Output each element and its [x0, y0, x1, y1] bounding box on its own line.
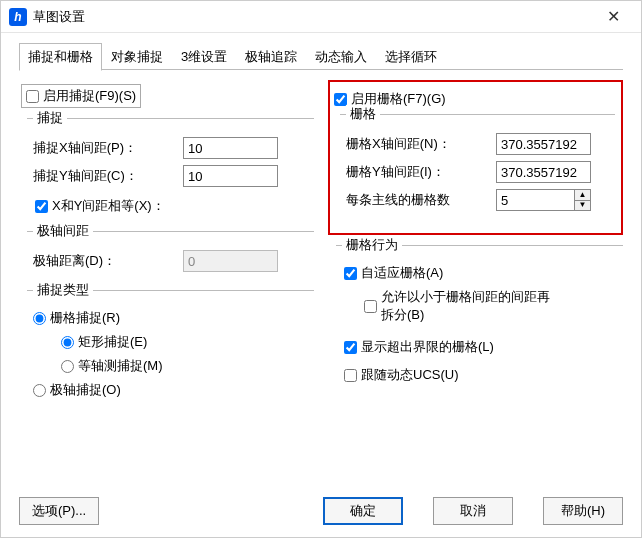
grid-behavior-legend: 栅格行为 — [342, 236, 402, 254]
snap-y-label: 捕捉Y轴间距(C)： — [33, 167, 183, 185]
equal-xy-checkbox[interactable] — [35, 200, 48, 213]
grid-x-label: 栅格X轴间距(N)： — [346, 135, 496, 153]
grid-behavior-group: 栅格行为 自适应栅格(A) 允许以小于栅格间距的间距再拆分(B) 显示超出界限的… — [336, 245, 623, 394]
enable-snap-checkbox[interactable] — [26, 90, 39, 103]
polar-spacing-legend: 极轴间距 — [33, 222, 93, 240]
iso-snap-radio[interactable] — [61, 360, 74, 373]
polar-snap-radio[interactable] — [33, 384, 46, 397]
beyond-limits-checkbox[interactable] — [344, 341, 357, 354]
help-button[interactable]: 帮助(H) — [543, 497, 623, 525]
spin-up-icon[interactable]: ▲ — [575, 190, 590, 201]
grid-group-legend: 栅格 — [346, 105, 380, 123]
tab-content: 启用捕捉(F9)(S) 捕捉 捕捉X轴间距(P)： 捕捉Y轴间距(C)： X和Y… — [1, 70, 641, 417]
follow-ucs-checkbox[interactable] — [344, 369, 357, 382]
snap-type-legend: 捕捉类型 — [33, 281, 93, 299]
window-title: 草图设置 — [33, 8, 593, 26]
titlebar: h 草图设置 ✕ — [1, 1, 641, 33]
beyond-limits-label: 显示超出界限的栅格(L) — [361, 338, 494, 356]
cancel-button[interactable]: 取消 — [433, 497, 513, 525]
grid-snap-radio[interactable] — [33, 312, 46, 325]
highlight-box: 启用栅格(F7)(G) 栅格 栅格X轴间距(N)： 栅格Y轴间距(I)： 每条主… — [328, 80, 623, 235]
grid-snap-label: 栅格捕捉(R) — [50, 309, 120, 327]
options-button[interactable]: 选项(P)... — [19, 497, 99, 525]
enable-snap-label: 启用捕捉(F9)(S) — [43, 87, 136, 105]
tab-bar: 捕捉和栅格 对象捕捉 3维设置 极轴追踪 动态输入 选择循环 — [1, 33, 641, 70]
snap-x-input[interactable] — [183, 137, 278, 159]
snap-type-group: 捕捉类型 栅格捕捉(R) 矩形捕捉(E) 等轴测捕捉(M) 极轴捕捉(O) — [27, 290, 314, 411]
major-lines-stepper[interactable]: ▲ ▼ — [496, 189, 591, 211]
left-column: 启用捕捉(F9)(S) 捕捉 捕捉X轴间距(P)： 捕捉Y轴间距(C)： X和Y… — [19, 78, 314, 417]
tab-object-snap[interactable]: 对象捕捉 — [102, 43, 172, 70]
follow-ucs-label: 跟随动态UCS(U) — [361, 366, 459, 384]
enable-grid-checkbox[interactable] — [334, 93, 347, 106]
polar-snap-label: 极轴捕捉(O) — [50, 381, 121, 399]
tab-polar-tracking[interactable]: 极轴追踪 — [236, 43, 306, 70]
rect-snap-label: 矩形捕捉(E) — [78, 333, 147, 351]
spin-down-icon[interactable]: ▼ — [575, 201, 590, 211]
tab-selection-cycling[interactable]: 选择循环 — [376, 43, 446, 70]
polar-spacing-group: 极轴间距 极轴距离(D)： — [27, 231, 314, 284]
polar-distance-input — [183, 250, 278, 272]
enable-snap-toggle[interactable]: 启用捕捉(F9)(S) — [21, 84, 141, 108]
snap-x-label: 捕捉X轴间距(P)： — [33, 139, 183, 157]
rect-snap-radio[interactable] — [61, 336, 74, 349]
major-lines-input[interactable] — [497, 190, 574, 210]
subdivide-label: 允许以小于栅格间距的间距再拆分(B) — [381, 288, 561, 324]
tab-dynamic-input[interactable]: 动态输入 — [306, 43, 376, 70]
dialog-button-bar: 选项(P)... 确定 取消 帮助(H) — [19, 497, 623, 525]
right-column: 启用栅格(F7)(G) 栅格 栅格X轴间距(N)： 栅格Y轴间距(I)： 每条主… — [324, 78, 623, 417]
grid-x-input[interactable] — [496, 133, 591, 155]
polar-distance-label: 极轴距离(D)： — [33, 252, 183, 270]
close-icon[interactable]: ✕ — [593, 1, 633, 33]
grid-y-input[interactable] — [496, 161, 591, 183]
equal-xy-label: X和Y间距相等(X)： — [52, 197, 165, 215]
adaptive-grid-label: 自适应栅格(A) — [361, 264, 443, 282]
app-icon: h — [9, 8, 27, 26]
tab-snap-and-grid[interactable]: 捕捉和栅格 — [19, 43, 102, 71]
grid-group: 栅格 栅格X轴间距(N)： 栅格Y轴间距(I)： 每条主线的栅格数 — [340, 114, 615, 223]
grid-y-label: 栅格Y轴间距(I)： — [346, 163, 496, 181]
adaptive-grid-checkbox[interactable] — [344, 267, 357, 280]
tab-3d-settings[interactable]: 3维设置 — [172, 43, 236, 70]
major-lines-label: 每条主线的栅格数 — [346, 191, 496, 209]
subdivide-checkbox[interactable] — [364, 300, 377, 313]
snap-group-legend: 捕捉 — [33, 109, 67, 127]
snap-y-input[interactable] — [183, 165, 278, 187]
snap-group: 捕捉 捕捉X轴间距(P)： 捕捉Y轴间距(C)： X和Y间距相等(X)： — [27, 118, 314, 225]
ok-button[interactable]: 确定 — [323, 497, 403, 525]
iso-snap-label: 等轴测捕捉(M) — [78, 357, 163, 375]
